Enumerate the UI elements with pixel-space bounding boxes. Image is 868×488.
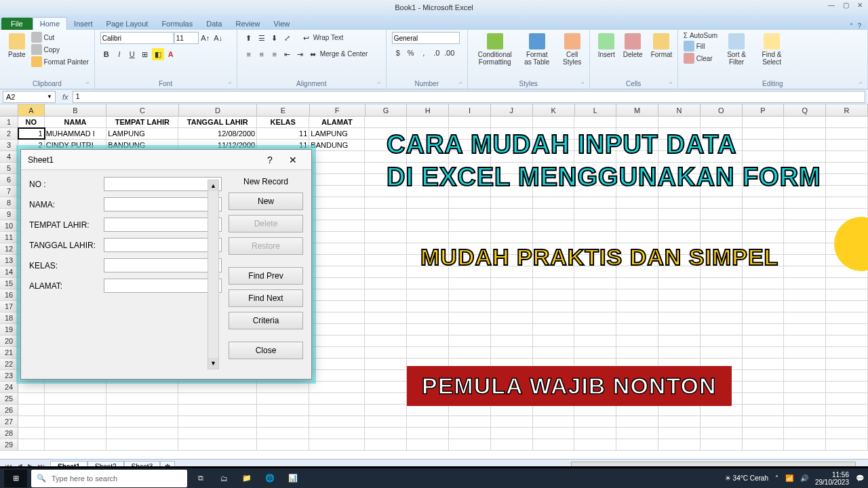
- tab-page-layout[interactable]: Page Layout: [100, 18, 155, 30]
- cell[interactable]: [784, 439, 826, 450]
- cell[interactable]: [407, 278, 449, 289]
- cell[interactable]: [309, 405, 365, 415]
- tab-review[interactable]: Review: [229, 18, 267, 30]
- cell[interactable]: [701, 336, 743, 346]
- cell[interactable]: [743, 301, 785, 312]
- format-cells-button[interactable]: Format: [648, 32, 675, 60]
- cell[interactable]: [658, 439, 701, 450]
- indent-dec-button[interactable]: ⇤: [281, 48, 294, 60]
- cell[interactable]: [257, 416, 309, 427]
- tab-file[interactable]: File: [1, 18, 33, 30]
- cell[interactable]: [658, 289, 701, 300]
- start-button[interactable]: ⊞: [4, 470, 27, 487]
- name-box[interactable]: A2▼: [3, 91, 56, 103]
- cell[interactable]: [365, 382, 407, 392]
- cell[interactable]: [18, 428, 45, 439]
- cell[interactable]: [743, 336, 785, 346]
- cell[interactable]: [533, 324, 575, 335]
- cell[interactable]: [106, 416, 178, 427]
- cell[interactable]: [491, 197, 533, 208]
- cell[interactable]: [574, 278, 616, 289]
- cell[interactable]: [309, 428, 365, 439]
- cell[interactable]: [449, 117, 491, 127]
- row-header[interactable]: 7: [0, 186, 18, 197]
- cell[interactable]: [574, 324, 616, 335]
- increase-font-button[interactable]: A↑: [199, 32, 212, 44]
- cell[interactable]: [365, 324, 407, 335]
- cell[interactable]: [616, 197, 658, 208]
- cell[interactable]: [491, 289, 533, 300]
- cell[interactable]: [701, 289, 743, 300]
- cell[interactable]: [309, 336, 365, 346]
- cell[interactable]: [574, 301, 616, 312]
- field-input-no[interactable]: [104, 177, 222, 191]
- cell[interactable]: [449, 416, 491, 427]
- cell[interactable]: [106, 405, 178, 415]
- cell[interactable]: [407, 416, 449, 427]
- maximize-icon[interactable]: ▢: [843, 1, 849, 9]
- dialog-help-button[interactable]: ?: [258, 155, 281, 165]
- cell[interactable]: [784, 117, 826, 127]
- minimize-icon[interactable]: —: [828, 1, 835, 9]
- cell[interactable]: [407, 324, 449, 335]
- cell[interactable]: [574, 220, 616, 231]
- cell[interactable]: [784, 405, 826, 415]
- cell[interactable]: [533, 117, 575, 127]
- cell[interactable]: [533, 232, 575, 243]
- cell[interactable]: [784, 289, 826, 300]
- cell[interactable]: [826, 197, 868, 208]
- cell[interactable]: [574, 439, 616, 450]
- cell[interactable]: [365, 278, 407, 289]
- cell[interactable]: [743, 370, 785, 381]
- cell[interactable]: [533, 405, 575, 415]
- cell[interactable]: [449, 209, 491, 220]
- taskbar-app-1[interactable]: 🗂: [214, 470, 233, 487]
- cell[interactable]: [533, 289, 575, 300]
- cell[interactable]: [574, 197, 616, 208]
- cell[interactable]: [45, 416, 107, 427]
- col-header-M[interactable]: M: [616, 104, 658, 116]
- cell[interactable]: [826, 289, 868, 300]
- clear-button[interactable]: Clear: [684, 53, 717, 64]
- fx-icon[interactable]: fx: [58, 93, 73, 101]
- cell[interactable]: [784, 255, 826, 266]
- cell[interactable]: [309, 278, 365, 289]
- cell[interactable]: [701, 428, 743, 439]
- row-header[interactable]: 10: [0, 220, 18, 231]
- cell[interactable]: [106, 393, 178, 404]
- cell[interactable]: [826, 140, 868, 150]
- cell[interactable]: [491, 278, 533, 289]
- delete-cells-button[interactable]: Delete: [620, 32, 646, 60]
- cell[interactable]: [701, 347, 743, 358]
- cell[interactable]: [826, 174, 868, 185]
- cell[interactable]: [449, 301, 491, 312]
- cell[interactable]: LAMPUNG: [309, 128, 365, 139]
- cell[interactable]: [616, 232, 658, 243]
- cell[interactable]: [658, 197, 701, 208]
- cell[interactable]: NAMA: [45, 117, 107, 127]
- row-header[interactable]: 27: [0, 416, 18, 427]
- col-header-O[interactable]: O: [701, 104, 743, 116]
- cell[interactable]: [309, 359, 365, 369]
- row-header[interactable]: 12: [0, 243, 18, 254]
- cell[interactable]: [365, 336, 407, 346]
- cell[interactable]: [658, 405, 701, 415]
- formula-input[interactable]: 1: [73, 91, 865, 103]
- taskbar-app-4[interactable]: 📊: [283, 470, 302, 487]
- cell[interactable]: [658, 301, 701, 312]
- col-header-B[interactable]: B: [45, 104, 107, 116]
- cell[interactable]: [449, 278, 491, 289]
- help-icon[interactable]: ?: [857, 22, 861, 30]
- dialog-close-button[interactable]: ✕: [281, 155, 304, 165]
- cell[interactable]: [658, 232, 701, 243]
- cell[interactable]: [826, 439, 868, 450]
- dialog-scrollbar[interactable]: ▲▼: [208, 180, 219, 369]
- tab-insert[interactable]: Insert: [67, 18, 100, 30]
- align-center-button[interactable]: ≡: [256, 48, 268, 60]
- cell[interactable]: [365, 197, 407, 208]
- field-input-kelas[interactable]: [104, 258, 222, 272]
- cut-button[interactable]: Cut: [31, 32, 89, 43]
- cell[interactable]: [18, 393, 45, 404]
- cell[interactable]: [365, 255, 407, 266]
- cell[interactable]: [309, 209, 365, 220]
